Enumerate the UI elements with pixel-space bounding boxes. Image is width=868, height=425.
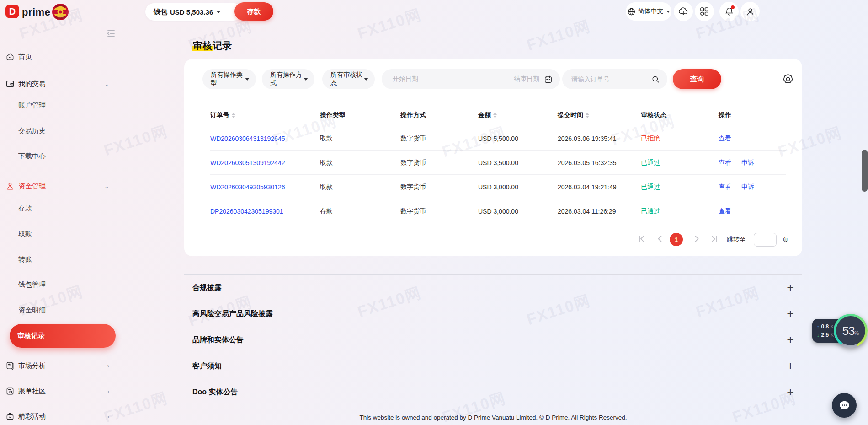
order-number-input[interactable] bbox=[571, 75, 644, 83]
settings-icon[interactable] bbox=[782, 73, 794, 85]
filter-label: 所有操作方式 bbox=[270, 71, 304, 87]
brand-logo-mark[interactable]: D bbox=[5, 5, 19, 18]
table-header: 订单号 操作类型 操作方式 金额 提交时间 审核状态 操作 bbox=[210, 103, 786, 126]
notifications-button[interactable] bbox=[719, 2, 739, 21]
plus-icon[interactable]: + bbox=[787, 360, 794, 372]
sidebar-label: 钱包管理 bbox=[18, 280, 46, 289]
submit-time-cell: 2026.03.06 19:35:41 bbox=[558, 126, 616, 151]
accordion-brand-entity-notice[interactable]: 品牌和实体公告 + bbox=[184, 327, 802, 353]
profile-button[interactable] bbox=[740, 2, 760, 21]
sidebar-label: 交易历史 bbox=[18, 127, 46, 135]
appeal-link[interactable]: 申诉 bbox=[741, 183, 754, 191]
user-icon bbox=[746, 7, 755, 16]
deposit-button[interactable]: 存款 bbox=[234, 2, 273, 21]
appeal-link[interactable]: 申诉 bbox=[741, 159, 754, 167]
accordion-client-notice[interactable]: 客户须知 + bbox=[184, 353, 802, 379]
sidebar-item-withdraw[interactable]: 取款 bbox=[0, 225, 117, 243]
date-range-picker[interactable]: 开始日期 — 结束日期 bbox=[382, 69, 560, 89]
table-row: DP202603042305199301 存款 数字货币 USD 3,000.0… bbox=[210, 199, 786, 223]
sidebar-item-deposit[interactable]: 存款 bbox=[0, 199, 117, 217]
sidebar-item-audit-records-active[interactable]: 审核记录 bbox=[10, 324, 116, 348]
percent-gauge-widget[interactable]: 53% bbox=[834, 314, 868, 348]
next-page-icon[interactable] bbox=[692, 235, 701, 243]
brand-logo-text[interactable]: prime bbox=[22, 6, 50, 18]
submit-time-cell: 2026.03.04 11:26:29 bbox=[558, 199, 616, 223]
plus-icon[interactable]: + bbox=[787, 386, 794, 398]
view-link[interactable]: 查看 bbox=[719, 207, 731, 215]
language-selector[interactable]: 简体中文 bbox=[626, 2, 671, 21]
watermark-text: FX110网 bbox=[524, 16, 593, 56]
sidebar-item-transfer[interactable]: 转账 bbox=[0, 250, 117, 269]
filter-audit-status-select[interactable]: 所有审核状态 bbox=[322, 69, 375, 89]
document-search-icon bbox=[5, 387, 15, 396]
wallet-selector[interactable]: 钱包 USD 5,503.36 bbox=[145, 3, 242, 21]
view-link[interactable]: 查看 bbox=[719, 134, 731, 143]
watermark-text: FX110网 bbox=[355, 4, 424, 44]
order-no-link[interactable]: DP202603042305199301 bbox=[210, 199, 283, 223]
sort-icon[interactable] bbox=[493, 113, 497, 118]
op-type-cell: 取款 bbox=[320, 151, 333, 175]
sidebar-label: 资金管理 bbox=[18, 182, 46, 191]
sidebar-item-market-analysis[interactable]: 市场分析 › bbox=[0, 356, 117, 375]
chevron-down-icon: ⌄ bbox=[104, 81, 109, 87]
globe-icon bbox=[628, 8, 635, 16]
sidebar-item-fund-details[interactable]: 资金明细 bbox=[0, 301, 117, 319]
column-audit-status: 审核状态 bbox=[641, 103, 666, 127]
sort-icon[interactable] bbox=[586, 113, 589, 118]
sidebar-label: 下载中心 bbox=[18, 152, 46, 161]
accordion-compliance-disclosure[interactable]: 合规披露 + bbox=[184, 275, 802, 301]
sidebar-item-my-trades[interactable]: 我的交易 ⌄ bbox=[0, 75, 117, 93]
sidebar-item-home[interactable]: 首页 bbox=[0, 48, 117, 66]
sidebar-item-copy-trading[interactable]: 跟单社区 › bbox=[0, 382, 117, 400]
column-op-type: 操作类型 bbox=[320, 103, 346, 127]
jump-to-label: 跳转至 bbox=[727, 236, 746, 244]
upload-arrow-icon: ↑ bbox=[817, 324, 820, 329]
plus-icon[interactable]: + bbox=[787, 308, 794, 320]
order-no-link[interactable]: WD202603051309192442 bbox=[210, 151, 285, 175]
sidebar-item-funds-management[interactable]: 资金管理 ⌄ bbox=[0, 177, 117, 195]
download-button[interactable] bbox=[674, 2, 693, 21]
first-page-icon[interactable] bbox=[638, 235, 646, 243]
plus-icon[interactable]: + bbox=[787, 282, 794, 294]
amount-cell: USD 3,000.00 bbox=[478, 175, 518, 199]
last-page-icon[interactable] bbox=[710, 235, 718, 243]
sidebar-item-account-management[interactable]: 账户管理 bbox=[0, 96, 117, 114]
start-date-field[interactable]: 开始日期 bbox=[393, 75, 418, 83]
column-amount: 金额 bbox=[478, 103, 497, 127]
scrollbar-thumb[interactable] bbox=[862, 150, 868, 192]
sidebar-item-wallet-management[interactable]: 钱包管理 bbox=[0, 275, 117, 294]
accordion-high-risk-disclosure[interactable]: 高风险交易产品风险披露 + bbox=[184, 301, 802, 327]
language-label: 简体中文 bbox=[638, 7, 664, 16]
accordion-doo-entity-notice[interactable]: Doo 实体公告 + bbox=[184, 379, 802, 405]
home-icon bbox=[5, 52, 15, 61]
table-row: WD202603049305930126 取款 数字货币 USD 3,000.0… bbox=[210, 175, 786, 199]
book-chart-icon bbox=[5, 361, 15, 370]
sidebar-item-promotions[interactable]: 精彩活动 › bbox=[0, 407, 117, 425]
end-date-field[interactable]: 结束日期 bbox=[514, 75, 539, 83]
sidebar-collapse-icon[interactable] bbox=[106, 28, 116, 38]
filter-operation-type-select[interactable]: 所有操作类型 bbox=[202, 69, 256, 89]
apps-menu-button[interactable] bbox=[695, 2, 714, 21]
calendar-icon[interactable] bbox=[544, 75, 553, 84]
view-link[interactable]: 查看 bbox=[719, 183, 731, 191]
chat-button[interactable] bbox=[832, 393, 857, 418]
download-speed-value: 2.5 bbox=[821, 332, 829, 338]
sidebar-item-trade-history[interactable]: 交易历史 bbox=[0, 122, 117, 140]
jump-page-input[interactable] bbox=[754, 233, 777, 247]
order-no-link[interactable]: WD202603049305930126 bbox=[210, 175, 285, 199]
accordion-title: Doo 实体公告 bbox=[192, 387, 238, 397]
sidebar-label: 存款 bbox=[18, 204, 32, 213]
page-number-current[interactable]: 1 bbox=[670, 233, 683, 246]
wallet-amount: USD 5,503.36 bbox=[170, 8, 213, 16]
chevron-down-icon bbox=[245, 78, 250, 81]
prev-page-icon[interactable] bbox=[656, 235, 664, 243]
order-no-link[interactable]: WD202603064313192645 bbox=[210, 126, 285, 151]
chevron-right-icon: › bbox=[107, 388, 109, 395]
plus-icon[interactable]: + bbox=[787, 334, 794, 346]
search-icon[interactable] bbox=[651, 75, 660, 84]
view-link[interactable]: 查看 bbox=[719, 159, 731, 167]
sidebar-item-download-center[interactable]: 下载中心 bbox=[0, 147, 117, 165]
sort-icon[interactable] bbox=[232, 113, 235, 118]
query-button[interactable]: 查询 bbox=[673, 69, 721, 89]
filter-operation-method-select[interactable]: 所有操作方式 bbox=[262, 69, 314, 89]
